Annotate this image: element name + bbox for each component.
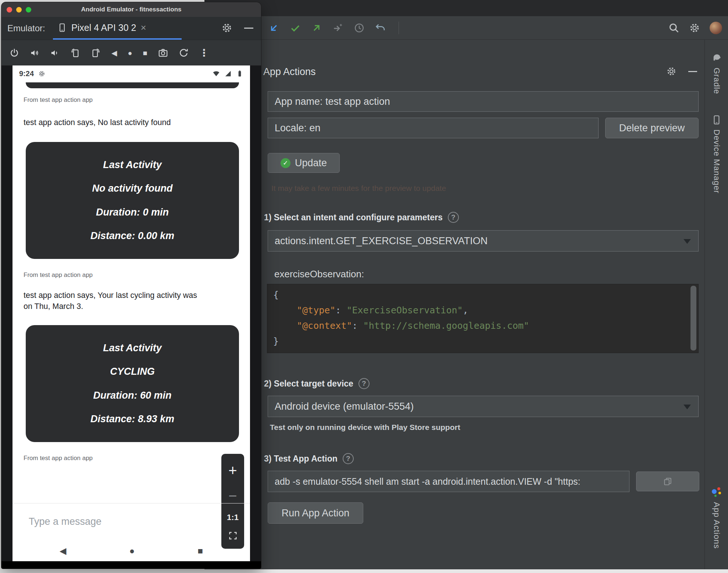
wifi-icon [213, 70, 220, 77]
section-2-label: 2) Select target device ? [264, 378, 370, 389]
tool-window-device-manager[interactable]: Device Manager [711, 115, 722, 193]
settings-gear-icon[interactable] [689, 22, 700, 33]
ide-window-top-strip [204, 0, 728, 16]
ide-run-icon-group [268, 16, 399, 40]
panel-minimize-icon[interactable] [688, 71, 697, 72]
card-activity: No activity found [26, 183, 239, 194]
target-device-value: Android device (emulator-5554) [275, 401, 414, 412]
search-icon[interactable] [668, 22, 679, 33]
toolbar-separator [399, 22, 399, 34]
card-distance: Distance: 0.00 km [26, 230, 239, 242]
app-actions-stripe-label: App Actions [712, 502, 721, 549]
deploy-arrow-icon[interactable] [311, 22, 322, 33]
ide-toolbar [204, 16, 728, 40]
signal-icon [224, 70, 232, 77]
gradle-label: Gradle [712, 68, 721, 94]
last-activity-card: Last Activity No activity found Duration… [26, 142, 239, 259]
app-actions-panel-controls [666, 65, 697, 78]
delete-preview-button[interactable]: Delete preview [605, 118, 699, 138]
home-icon[interactable]: ● [128, 49, 132, 57]
attach-debugger-icon[interactable] [268, 22, 279, 33]
adb-command-field[interactable]: adb -s emulator-5554 shell am start -a a… [268, 471, 629, 492]
overview-icon[interactable]: ■ [143, 49, 147, 57]
message-sender: From test app action app [24, 96, 93, 104]
emulator-controls-toolbar: ◀ ● ■ ⋮ [1, 40, 261, 65]
code-close-brace: } [273, 336, 279, 346]
copy-command-button[interactable] [636, 471, 699, 491]
screenshot-root: App Actions App name: test app action Lo… [0, 0, 728, 573]
message-sender: From test app action app [24, 271, 93, 279]
chat-area: From test app action app test app action… [13, 82, 250, 561]
rotate-right-icon[interactable] [91, 48, 101, 58]
zoom-out-button[interactable]: − [228, 488, 237, 504]
device-manager-label: Device Manager [712, 129, 721, 193]
device-tab-label: Pixel 4 API 30 2 [71, 22, 136, 33]
user-avatar[interactable] [710, 22, 722, 34]
active-tab-underline [53, 38, 182, 40]
rotate-left-icon[interactable] [70, 48, 80, 58]
power-icon[interactable] [10, 48, 19, 58]
panel-gear-icon[interactable] [666, 66, 677, 76]
card-title: Last Activity [26, 342, 239, 354]
tool-window-stripe: Gradle Device Manager App Actions [704, 40, 728, 569]
run-check-icon[interactable] [290, 22, 301, 33]
battery-icon [236, 70, 243, 77]
card-duration: Duration: 60 min [26, 390, 239, 401]
code-context-key: "@context" [297, 320, 352, 331]
assistant-message: test app action says, Your last cycling … [24, 290, 204, 312]
volume-up-icon[interactable] [30, 48, 39, 58]
parameter-name-label: exerciseObservation: [274, 268, 364, 280]
app-actions-panel-title: App Actions [263, 66, 316, 78]
run-app-action-button[interactable]: Run App Action [268, 502, 363, 524]
code-type-value: "ExerciseObservation" [346, 305, 463, 316]
intent-dropdown[interactable]: actions.intent.GET_EXERCISE_OBSERVATION [268, 230, 699, 252]
phone-screen: 9:24 From test app action app test app a… [13, 65, 250, 561]
ide-toolbar-right-group [668, 16, 722, 40]
message-input[interactable] [29, 516, 183, 527]
android-studio-window: App Actions App name: test app action Lo… [204, 0, 728, 569]
update-check-icon: ✓ [281, 158, 290, 168]
emulator-window-title: Android Emulator - fitnessactions [1, 6, 261, 13]
emulator-titlebar: Android Emulator - fitnessactions [1, 2, 261, 17]
code-context-value: "http://schema.googleapis.com" [363, 320, 529, 331]
more-options-icon[interactable]: ⋮ [199, 47, 209, 59]
tool-window-app-actions[interactable]: App Actions [711, 487, 722, 549]
update-button[interactable]: ✓ Update [268, 153, 340, 173]
tool-window-gradle[interactable]: Gradle [711, 52, 722, 94]
undo-icon[interactable] [375, 22, 386, 33]
code-type-key: "@type" [297, 305, 335, 316]
intent-parameters-editor[interactable]: { "@type": "ExerciseObservation", "@cont… [267, 284, 699, 353]
section-1-help-icon[interactable]: ? [448, 212, 459, 223]
update-button-label: Update [295, 157, 327, 169]
nav-back-icon[interactable]: ◀ [60, 546, 66, 556]
assistant-message: test app action says, No last activity f… [24, 117, 171, 128]
nav-home-icon[interactable]: ● [129, 546, 135, 556]
back-icon[interactable]: ◀ [111, 49, 117, 57]
nav-overview-icon[interactable]: ■ [198, 546, 203, 556]
emulator-settings-gear-icon[interactable] [221, 22, 232, 33]
screenshot-camera-icon[interactable] [158, 48, 168, 58]
step-arrow-icon[interactable] [332, 22, 343, 33]
section-3-help-icon[interactable]: ? [343, 453, 354, 464]
device-phone-icon [57, 23, 67, 32]
device-bezel [1, 561, 261, 569]
card-distance: Distance: 8.93 km [26, 413, 239, 425]
message-input-area [13, 503, 250, 540]
section-2-help-icon[interactable]: ? [358, 378, 370, 389]
message-sender: From test app action app [24, 455, 93, 462]
device-manager-icon [711, 115, 722, 125]
device-tab[interactable]: Pixel 4 API 30 2 × [57, 17, 146, 38]
close-tab-icon[interactable]: × [141, 22, 146, 33]
locale-field[interactable]: Locale: en [268, 118, 599, 138]
emulator-minimize-icon[interactable] [244, 28, 253, 29]
zoom-in-button[interactable]: + [228, 462, 237, 479]
chevron-down-icon [684, 239, 691, 244]
history-clock-icon[interactable] [354, 22, 365, 33]
status-gear-icon [38, 70, 45, 77]
code-scrollbar[interactable] [690, 286, 696, 350]
volume-down-icon[interactable] [50, 48, 60, 58]
snapshot-icon[interactable] [179, 48, 189, 58]
app-name-field[interactable]: App name: test app action [268, 91, 699, 112]
intent-dropdown-value: actions.intent.GET_EXERCISE_OBSERVATION [275, 235, 488, 247]
target-device-dropdown[interactable]: Android device (emulator-5554) [268, 396, 699, 417]
